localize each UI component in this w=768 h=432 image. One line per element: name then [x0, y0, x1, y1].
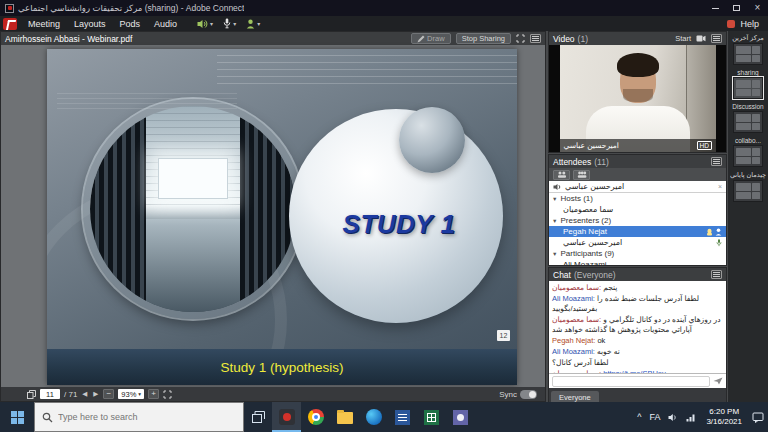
pod-options-icon[interactable]	[711, 270, 722, 279]
microphone-control[interactable]: ▾	[218, 18, 241, 29]
action-center-button[interactable]	[748, 402, 768, 432]
language-indicator[interactable]: FA	[645, 402, 664, 432]
fullscreen-icon[interactable]	[516, 34, 525, 43]
taskbar-app-file-explorer[interactable]	[330, 402, 359, 432]
action-center-icon	[752, 412, 764, 423]
chat-text: پنجم	[603, 283, 617, 292]
taskbar-app-adobe-connect[interactable]	[272, 402, 301, 432]
share-pod-header: Amirhossein Abbasi - Webinar.pdf Draw St…	[1, 32, 545, 45]
attendees-list: اميرحسين عباسي × ▼ Hosts (1) سما معصوميا…	[549, 181, 726, 265]
taskbar-app-edge[interactable]	[359, 402, 388, 432]
zoom-in-button[interactable]: +	[148, 389, 159, 399]
taskbar-app-excel[interactable]	[417, 402, 446, 432]
attendee-row-participant[interactable]: Ali Moazami	[549, 259, 726, 265]
network-button[interactable]	[682, 402, 700, 432]
person-status-icon	[246, 19, 255, 29]
chat-sender: Ali Moazami	[552, 294, 593, 303]
start-webcam-button[interactable]: Start	[675, 34, 691, 43]
raise-hand-control[interactable]: ▾	[241, 19, 265, 29]
menu-pods[interactable]: Pods	[113, 16, 148, 31]
layout-thumbnail	[733, 43, 763, 65]
attendee-view-button[interactable]	[553, 170, 570, 180]
collapse-icon[interactable]: ×	[718, 183, 722, 190]
fit-page-icon[interactable]	[163, 390, 172, 399]
send-message-icon[interactable]	[713, 377, 723, 385]
volume-button[interactable]	[664, 402, 682, 432]
video-area: اميرحسين عباسي HD	[549, 45, 726, 152]
menu-layouts[interactable]: Layouts	[67, 16, 113, 31]
chat-input[interactable]	[552, 376, 710, 387]
windows-logo-icon	[11, 411, 24, 424]
chat-sender: Ali Moazami	[552, 347, 593, 356]
attendee-row-presenter-selected[interactable]: Pegah Nejat	[549, 226, 726, 237]
taskbar-app-word[interactable]	[388, 402, 417, 432]
share-pod: Amirhossein Abbasi - Webinar.pdf Draw St…	[0, 31, 546, 402]
help-button[interactable]: Help	[740, 19, 759, 29]
task-view-icon	[252, 411, 265, 423]
clock[interactable]: 6:20 PM 3/16/2021	[700, 407, 748, 427]
chat-message: لطفا آدرس كانال؟	[552, 358, 723, 368]
layout-item-collaboration[interactable]: collabo...	[728, 137, 768, 169]
pod-options-icon[interactable]	[711, 34, 722, 43]
layout-item-discussion[interactable]: Discussion	[728, 103, 768, 135]
search-icon	[42, 412, 53, 423]
chat-message: Ali Moazami: لطفا آدرس جلسات ضبط شده را …	[552, 294, 723, 314]
tray-date: 3/16/2021	[706, 417, 742, 427]
close-button[interactable]: ×	[747, 0, 768, 16]
layout-item[interactable]: چيدمان پاياني	[728, 171, 768, 204]
participants-section-header[interactable]: ▼ Participants (9)	[549, 248, 726, 259]
page-number-input[interactable]: 11	[40, 389, 60, 399]
sync-toggle[interactable]	[520, 390, 537, 399]
page-total: / 71	[64, 390, 77, 399]
taskbar-search[interactable]	[34, 402, 244, 432]
start-button[interactable]	[0, 402, 34, 432]
zoom-level-dropdown[interactable]: 93% ▾	[118, 389, 144, 399]
microphone-icon	[223, 18, 231, 29]
chat-message: سما معصوميان: در روزهاي آينده در دو كانا…	[552, 315, 723, 335]
triangle-down-icon: ▼	[552, 218, 557, 224]
attendees-pod-header: Attendees (11)	[549, 155, 726, 168]
webcam-icon[interactable]	[696, 35, 706, 42]
pages-panel-icon[interactable]	[27, 390, 36, 399]
video-pod-header: Video (1) Start	[549, 32, 726, 45]
video-pod-controls: Start	[675, 34, 722, 43]
layout-item[interactable]: مركز آخرين	[728, 34, 768, 67]
room-background	[686, 45, 716, 152]
speaker-control[interactable]: ▾	[192, 19, 218, 29]
next-page-button[interactable]: ▶	[92, 390, 99, 398]
presenter-beard	[623, 89, 653, 102]
minimize-button[interactable]	[705, 0, 726, 16]
search-input[interactable]	[58, 412, 236, 422]
menu-audio[interactable]: Audio	[147, 16, 184, 31]
excel-icon	[424, 410, 439, 425]
tray-overflow-button[interactable]: ^	[633, 402, 645, 432]
active-speaker-row[interactable]: اميرحسين عباسي ×	[549, 181, 726, 193]
taskbar-app-chrome[interactable]	[301, 402, 330, 432]
chat-message: Ali Moazami: نه خوبه	[552, 347, 723, 357]
zoom-out-button[interactable]: −	[103, 389, 114, 399]
attendee-row-presenter[interactable]: اميرحسين عباسي	[549, 237, 726, 248]
maximize-icon	[733, 5, 740, 11]
chat-sender: Pegah Nejat	[552, 336, 593, 345]
attendee-status-icons	[716, 239, 722, 247]
chevron-down-icon: ▾	[233, 20, 236, 27]
breakout-view-button[interactable]	[573, 170, 590, 180]
maximize-button[interactable]	[726, 0, 747, 16]
presenters-section-header[interactable]: ▼ Presenters (2)	[549, 215, 726, 226]
prev-page-button[interactable]: ◀	[81, 390, 88, 398]
attendee-row-host[interactable]: سما معصوميان	[549, 204, 726, 215]
people-icon	[557, 171, 567, 179]
pod-options-icon[interactable]	[711, 157, 722, 166]
pod-options-icon[interactable]	[530, 34, 541, 43]
draw-button[interactable]: Draw	[411, 33, 451, 44]
stop-sharing-button[interactable]: Stop Sharing	[456, 33, 511, 44]
menu-meeting[interactable]: Meeting	[21, 16, 67, 31]
sync-label: Sync	[499, 390, 517, 399]
chat-text: لطفا آدرس كانال؟	[552, 358, 609, 367]
hosts-section-header[interactable]: ▼ Hosts (1)	[549, 193, 726, 204]
task-view-button[interactable]	[244, 402, 272, 432]
taskbar-app-teams[interactable]	[446, 402, 475, 432]
attendees-pod-title: Attendees	[553, 157, 591, 167]
layout-item-sharing[interactable]: sharing	[728, 69, 768, 101]
people-group-icon	[577, 171, 587, 179]
